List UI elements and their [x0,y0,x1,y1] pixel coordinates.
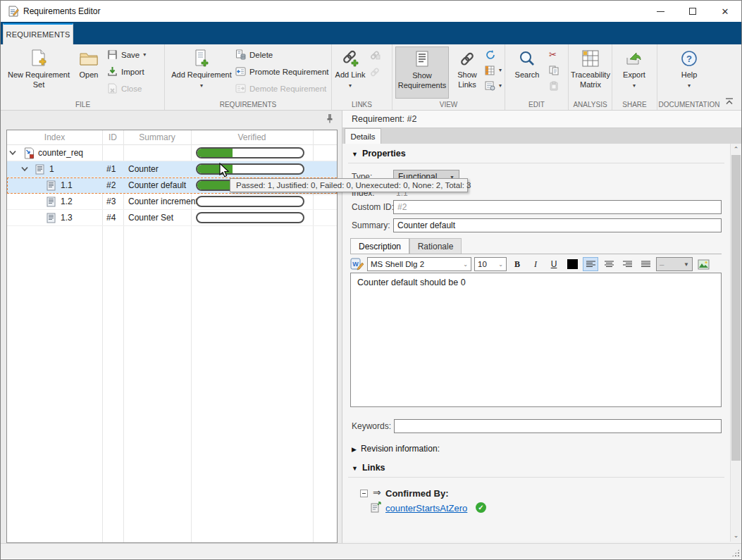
size-caret-icon: ⌄ [498,261,503,268]
save-button[interactable]: Save ▾ [107,49,146,61]
show-links-icon [457,46,477,70]
promote-requirement-button[interactable]: Promote Requirement [235,66,329,77]
cut-button[interactable]: ✂ [549,49,559,61]
pin-icon[interactable] [326,113,334,124]
link-arrow-icon: ⇒ [373,487,381,498]
column-header-verified[interactable]: Verified [191,132,313,142]
save-dropdown-caret-icon[interactable]: ▾ [143,51,146,58]
chevron-down-icon[interactable] [21,166,28,172]
list-options-icon [485,81,495,91]
align-right-button[interactable] [619,257,635,271]
align-left-button[interactable] [583,257,598,271]
help-caret-icon: ▾ [688,82,691,89]
table-row[interactable]: 1.2 #3 Counter increment [7,194,337,210]
close-button[interactable]: ✕ [709,1,741,22]
underline-button[interactable]: U [546,257,562,271]
italic-button[interactable]: I [528,257,543,271]
wordpad-icon[interactable]: W [350,258,364,270]
verified-bar [196,196,304,207]
scroll-up-icon[interactable]: ⌃ [732,146,740,154]
export-button[interactable]: Export▾ [618,46,650,99]
table-row[interactable]: 1.3 #4 Counter Set [7,210,337,226]
summary-field[interactable] [393,218,722,232]
columns-button[interactable]: ▾ [485,64,502,76]
tab-requirements[interactable]: REQUIREMENTS [3,23,73,44]
help-icon: ? [680,46,698,70]
font-size-dropdown[interactable]: 10 ⌄ [474,257,507,271]
row-id: #2 [106,180,116,190]
close-icon: ✕ [722,7,729,16]
import-button[interactable]: Import [107,66,146,77]
revision-info-toggle[interactable]: ▶Revision information: [352,444,440,454]
add-link-button[interactable]: Add Link ▾ [335,46,366,99]
traceability-matrix-button[interactable]: Traceability Matrix [570,46,611,99]
view-options-button[interactable]: ▾ [485,80,502,92]
group-share: Export▾ SHARE [612,44,657,110]
add-link-icon [340,46,360,70]
row-index: 1.3 [61,213,73,223]
requirement-header-bar: Requirement: #2 [342,111,741,128]
links-section-header[interactable]: ▼Links [352,463,385,473]
image-icon [698,259,710,270]
custom-id-field[interactable] [393,200,722,214]
add-link-caret-icon: ▾ [349,82,352,89]
delete-button[interactable]: Delete [235,49,329,61]
minimize-icon [657,11,664,12]
traceability-matrix-icon [581,46,600,70]
search-button[interactable]: Search [509,46,545,99]
refresh-button[interactable] [485,49,502,61]
folder-icon [79,46,99,70]
align-center-icon [605,261,614,268]
align-justify-button[interactable] [638,257,653,271]
chevron-down-icon[interactable] [9,150,16,156]
svg-text:?: ? [686,54,692,64]
properties-section-header[interactable]: ▼Properties [352,149,406,158]
requirement-icon [47,213,56,223]
show-links-button[interactable]: Show Links [452,46,483,99]
help-button[interactable]: ? Help▾ [673,46,705,99]
copy-icon [549,66,559,75]
row-index: 1.2 [61,197,73,206]
minimize-button[interactable] [644,1,676,22]
font-family-dropdown[interactable]: MS Shell Dlg 2 ⌄ [367,257,471,271]
tab-details[interactable]: Details [345,128,381,144]
scroll-down-icon[interactable]: ⌄ [732,532,740,540]
tab-rationale[interactable]: Rationale [409,238,462,254]
new-requirement-set-button[interactable]: New Requirement Set [4,46,73,99]
table-row[interactable]: 1 #1 Counter [7,161,337,178]
column-header-id[interactable]: ID [102,132,123,142]
group-label-file: FILE [1,101,164,108]
mouse-cursor [218,163,231,178]
columns-grid-icon [485,66,495,75]
requirements-editor-window: Requirements Editor ✕ REQUIREMENTS New R… [0,0,742,560]
show-requirements-toggle[interactable]: Show Requirements [395,46,449,99]
insert-image-button[interactable] [695,257,711,271]
resize-grip[interactable] [732,549,739,556]
align-center-button[interactable] [601,257,617,271]
details-scrollbar[interactable]: ⌃ ⌄ [730,144,741,542]
confirmed-by-link[interactable]: counterStartsAtZero [385,503,467,514]
add-requirement-icon [192,46,211,70]
open-button[interactable]: Open [73,46,104,99]
demote-icon [235,83,246,94]
delete-link-icon [370,49,381,61]
verified-bar [196,163,304,175]
scrollbar-thumb[interactable] [731,155,741,461]
add-requirement-button[interactable]: Add Requirement ▾ [171,46,233,99]
divider [348,477,724,478]
collapse-ribbon-button[interactable] [724,98,734,106]
bold-button[interactable]: B [509,257,525,271]
confirmed-by-label: Confirmed By: [385,488,449,499]
column-header-summary[interactable]: Summary [123,132,191,142]
column-header-index[interactable]: Index [7,132,102,142]
description-editor[interactable]: Counter default should be 0 [350,273,722,407]
keywords-field[interactable] [394,419,722,433]
collapse-links-box[interactable] [360,490,368,497]
copy-button[interactable] [549,64,559,76]
save-icon [107,49,118,60]
font-color-button[interactable] [564,257,580,271]
tab-description[interactable]: Description [350,238,409,254]
maximize-button[interactable] [676,1,709,22]
table-row[interactable]: counter_req [7,145,337,161]
group-view: Show Requirements Show Links ▾ ▾ [392,44,505,110]
